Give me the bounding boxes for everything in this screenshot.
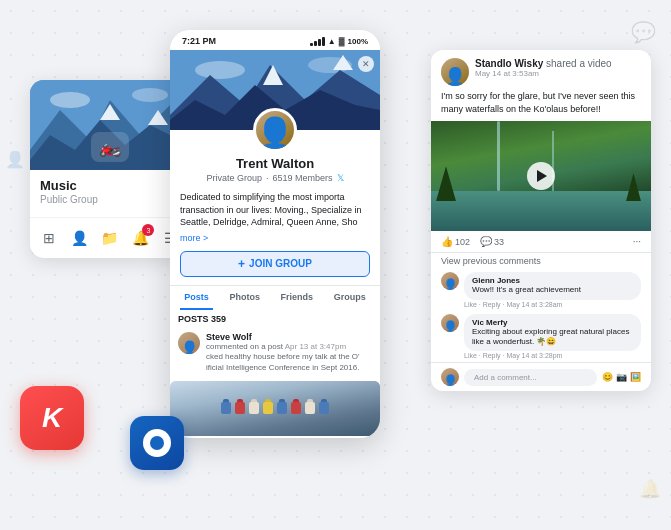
- profile-meta: Private Group · 6519 Members 𝕏: [180, 173, 370, 183]
- comment-icon: 💬: [480, 236, 492, 247]
- reaction-counts: 👍 102 💬 33: [441, 236, 504, 247]
- signal-bar-4: [322, 37, 325, 46]
- comment-1-author: Glenn Jones: [472, 276, 633, 285]
- profile-name: Trent Walton: [180, 156, 370, 171]
- like-count: 👍 102: [441, 236, 470, 247]
- lego-block-7: [305, 402, 315, 414]
- facebook-feed-card: 👤 Standlo Wisky shared a video May 14 at…: [431, 50, 651, 391]
- feed-video-thumbnail[interactable]: [431, 121, 651, 231]
- feed-reactions: 👍 102 💬 33 ···: [431, 231, 651, 253]
- play-button[interactable]: [527, 162, 555, 190]
- lego-block-4: [263, 402, 273, 414]
- profile-avatar: 👤: [253, 108, 297, 152]
- tab-posts[interactable]: Posts: [180, 286, 213, 310]
- posts-header: POSTS 359: [170, 310, 380, 328]
- comment-row-2: 👤 Vic Merfy Exciting about exploring gre…: [431, 311, 651, 363]
- close-button[interactable]: ✕: [358, 56, 374, 72]
- feed-poster-avatar: 👤: [441, 58, 469, 86]
- wifi-icon: ▲: [328, 37, 336, 46]
- wf-tree-1: [436, 166, 456, 201]
- grid-nav-icon[interactable]: ⊞: [35, 224, 63, 252]
- comment-count: 💬 33: [480, 236, 504, 247]
- moto-icon: 🏍️: [91, 132, 129, 162]
- post-image: [170, 381, 380, 436]
- tab-groups[interactable]: Groups: [330, 286, 370, 310]
- like-number: 102: [455, 237, 470, 247]
- tab-friends[interactable]: Friends: [277, 286, 318, 310]
- blue-logo-inner: [150, 436, 164, 450]
- dot-separator: ·: [266, 173, 269, 183]
- music-group-subtitle: Public Group: [40, 194, 180, 205]
- music-group-title: Music: [40, 178, 180, 193]
- profile-info: Trent Walton Private Group · 6519 Member…: [170, 152, 380, 187]
- add-comment-input[interactable]: Add a comment...: [464, 369, 597, 386]
- post-author-avatar: 👤: [178, 332, 200, 354]
- camera-icon[interactable]: 📷: [616, 372, 627, 382]
- comment-1-text: Wow!! It's a great achievement: [472, 285, 633, 295]
- person-nav-icon[interactable]: 👤: [66, 224, 94, 252]
- music-group-card: 🏍️ Music Public Group ⊞ 👤 📁 🔔 3 ☰: [30, 80, 190, 258]
- comment-number: 33: [494, 237, 504, 247]
- twitter-icon: 𝕏: [337, 173, 344, 183]
- battery-text: 100%: [348, 37, 368, 46]
- lego-block-3: [249, 402, 259, 414]
- battery-icon: ▓: [339, 37, 345, 46]
- wf-water: [431, 191, 651, 231]
- red-k-logo: K: [20, 386, 84, 450]
- blue-circle-logo: [130, 416, 184, 470]
- feed-action: shared a video: [546, 58, 612, 69]
- svg-point-8: [195, 61, 245, 79]
- post-content: Steve Wolf commented on a post Apr 13 at…: [206, 332, 372, 373]
- signal-bars: [310, 37, 325, 46]
- phone-time: 7:21 PM: [182, 36, 216, 46]
- comment-row-1: 👤 Glenn Jones Wow!! It's a great achieve…: [431, 269, 651, 310]
- phone-status-icons: ▲ ▓ 100%: [310, 37, 368, 46]
- tab-photos[interactable]: Photos: [225, 286, 264, 310]
- comment-bubble-1: Glenn Jones Wow!! It's a great achieveme…: [464, 272, 641, 299]
- comment-avatar-2: 👤: [441, 314, 459, 332]
- red-logo-letter: K: [42, 402, 62, 434]
- join-button-label: JOIN GROUP: [249, 258, 312, 269]
- svg-point-2: [132, 88, 168, 102]
- profile-avatar-wrapper: 👤: [170, 108, 380, 152]
- prev-comments-link[interactable]: View previous comments: [431, 253, 651, 269]
- post-date: Apr 13 at 3:47pm: [285, 342, 346, 351]
- phone-status-bar: 7:21 PM ▲ ▓ 100%: [170, 30, 380, 50]
- post-excerpt: cked healthy house before my talk at the…: [206, 352, 372, 373]
- bg-icon-3: 🔔: [639, 478, 661, 500]
- comment-avatar-1: 👤: [441, 272, 459, 290]
- music-card-body: Music Public Group: [30, 170, 190, 213]
- play-triangle-icon: [537, 170, 547, 182]
- feed-poster-date: May 14 at 3:53am: [475, 69, 641, 78]
- wf-falls-1: [497, 121, 500, 191]
- signal-bar-1: [310, 43, 313, 46]
- comment-2-text: Exciting about exploring great natural p…: [472, 327, 633, 348]
- bg-icon-1: 💬: [631, 20, 656, 44]
- profile-tabs: Posts Photos Friends Groups: [170, 285, 380, 310]
- group-type: Private Group: [206, 173, 262, 183]
- profile-group-card: 7:21 PM ▲ ▓ 100% ✕ 👤: [170, 30, 380, 438]
- more-link[interactable]: more >: [170, 233, 380, 247]
- feed-caption: I'm so sorry for the glare, but I've nev…: [431, 90, 651, 121]
- post-avatar-icon: 👤: [181, 340, 198, 354]
- post-item: 👤 Steve Wolf commented on a post Apr 13 …: [170, 328, 380, 377]
- post-author-name: Steve Wolf: [206, 332, 372, 342]
- comment-2-actions: Like · Reply · May 14 at 3:28pm: [464, 352, 641, 359]
- join-group-button[interactable]: + JOIN GROUP: [180, 251, 370, 277]
- more-options-icon[interactable]: ···: [633, 236, 641, 247]
- feed-post-header: 👤 Standlo Wisky shared a video May 14 at…: [431, 50, 651, 90]
- lego-block-5: [277, 402, 287, 414]
- bell-nav-icon[interactable]: 🔔 3: [126, 224, 154, 252]
- comment-2-content: Vic Merfy Exciting about exploring great…: [464, 314, 641, 360]
- profile-description: Dedicated to simplifying the most import…: [170, 187, 380, 233]
- svg-point-1: [50, 92, 90, 108]
- notification-badge: 3: [142, 224, 154, 236]
- lego-block-6: [291, 402, 301, 414]
- lego-block-2: [235, 402, 245, 414]
- comment-1-actions: Like · Reply · May 14 at 3:28am: [464, 301, 641, 308]
- folder-nav-icon[interactable]: 📁: [96, 224, 124, 252]
- image-icon[interactable]: 🖼️: [630, 372, 641, 382]
- emoji-icon[interactable]: 😊: [602, 372, 613, 382]
- comment-bubble-2: Vic Merfy Exciting about exploring great…: [464, 314, 641, 352]
- signal-bar-3: [318, 39, 321, 46]
